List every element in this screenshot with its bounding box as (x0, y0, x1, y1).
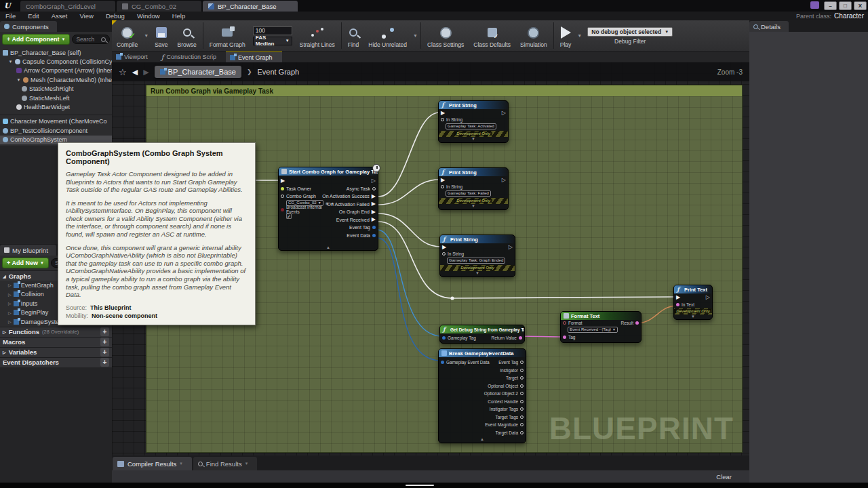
node-print-string-graph-ended[interactable]: ƒ Print String ▶ ▷ In String Gameplay Ta… (439, 235, 515, 277)
return-value-pin[interactable]: Return Value (492, 336, 522, 340)
node-header[interactable]: Format Text (561, 312, 641, 320)
exec-in-pin[interactable]: ▶ (441, 110, 445, 116)
find-button[interactable]: Find (343, 20, 364, 51)
break-instigator-tags-pin[interactable]: Instigator Tags (471, 405, 526, 413)
tag-pin[interactable]: Tag (561, 333, 641, 340)
on-activation-failed-pin[interactable]: On Activation Failed ▶ (315, 201, 378, 209)
learn-icon[interactable] (810, 1, 819, 9)
components-search-input[interactable]: Search (72, 35, 110, 44)
compile-options-dropdown[interactable]: ▼ (142, 33, 150, 38)
tab-construction-script[interactable]: ƒ Construction Scrip (157, 52, 226, 62)
node-header[interactable]: Break GameplayEventData (439, 349, 526, 357)
asset-tab-cg-combo[interactable]: CG_Combo_02 (117, 1, 201, 12)
collapse-arrow-icon[interactable]: ▲ (439, 437, 526, 442)
node-start-combo-graph[interactable]: Start Combo Graph for Gameplay Task ▶ Ta… (278, 167, 378, 251)
component-row-arrow[interactable]: Arrow Component (Arrow) (Inherit (0, 66, 112, 75)
exec-out-pin[interactable]: ▷ (509, 245, 513, 250)
break-target-data-pin[interactable]: Target Data (471, 429, 526, 437)
event-data-pin[interactable]: Event Data (315, 232, 378, 240)
asset-tab-grid-level[interactable]: ComboGraph_GridLevel (20, 1, 115, 12)
tab-compiler-results[interactable]: Compiler Results ▾ (113, 457, 192, 470)
breadcrumb-asset[interactable]: BP_Character_Base (155, 66, 241, 78)
forward-arrow-icon[interactable]: ▶ (143, 68, 149, 77)
add-component-button[interactable]: + Add Component ▼ (2, 34, 70, 45)
tab-event-graph[interactable]: Event Graph (226, 52, 282, 62)
component-row-self[interactable]: BP_Character_Base (self) (0, 48, 112, 57)
add-function-button[interactable]: + (100, 327, 109, 336)
in-string-input[interactable]: Gameplay Task: Activated (446, 123, 496, 129)
exec-out-pin[interactable]: ▷ (502, 178, 506, 183)
format-pin[interactable]: Format (563, 321, 583, 325)
expand-arrow-icon[interactable]: ▼ (8, 60, 13, 64)
format-spacing-input[interactable]: 100 (253, 26, 292, 35)
component-row-testcollision[interactable]: BP_TestCollisionComponent (0, 126, 112, 135)
expand-arrow-icon[interactable]: ▷ (8, 292, 12, 297)
add-new-button[interactable]: + Add New ▼ (2, 258, 49, 268)
functions-section-header[interactable]: ▷ Functions (28 Overridable) + (0, 327, 112, 337)
expand-arrow-icon[interactable]: ▷ (8, 283, 12, 287)
add-dispatcher-button[interactable]: + (100, 358, 109, 367)
breadcrumb-page[interactable]: Event Graph (257, 68, 299, 76)
collapse-arrow-icon[interactable]: ▼ (440, 271, 515, 276)
event-dispatchers-section-header[interactable]: Event Dispatchers + (0, 357, 112, 367)
exec-in-pin[interactable]: ▶ (676, 295, 680, 300)
close-button[interactable]: X (854, 1, 867, 10)
node-print-string-activated[interactable]: ƒ Print String ▶ ▷ In String Gameplay Ta… (438, 100, 509, 143)
simulation-button[interactable]: Simulation (515, 20, 552, 51)
node-print-text[interactable]: ƒ Print Text ▶ ▷ In Text Development Onl… (673, 285, 713, 320)
in-string-pin[interactable]: In String (439, 184, 508, 190)
menu-file[interactable]: File (5, 12, 16, 20)
break-context-handle-pin[interactable]: Context Handle (471, 398, 526, 406)
collapse-arrow-icon[interactable]: ▼ (439, 204, 508, 209)
variables-section-header[interactable]: ▷ Variables + (0, 347, 112, 357)
in-string-input[interactable]: Gameplay Task: Failed (446, 190, 491, 197)
exec-out-pin[interactable]: ▷ (502, 110, 506, 116)
exec-out-pin[interactable]: ▷ (315, 177, 378, 185)
node-print-string-failed[interactable]: ƒ Print String ▶ ▷ In String Gameplay Ta… (438, 167, 509, 210)
break-event-magnitude-pin[interactable]: Event Magnitude (471, 421, 526, 429)
break-optional-object-pin[interactable]: Optional Object (471, 382, 526, 390)
node-get-debug-string[interactable]: ƒ Get Debug String from Gameplay Tag Gam… (439, 325, 525, 344)
node-header[interactable]: ƒ Get Debug String from Gameplay Tag (440, 325, 524, 333)
in-string-pin[interactable]: In String (439, 117, 508, 123)
hide-unrelated-button[interactable]: Hide Unrelated (363, 20, 412, 51)
event-received-pin[interactable]: Event Received ▶ (315, 216, 378, 224)
minimize-button[interactable]: – (824, 1, 837, 10)
class-settings-button[interactable]: Class Settings (422, 20, 469, 51)
menu-view[interactable]: View (79, 12, 93, 20)
component-row-charmove[interactable]: Character Movement (CharMoveCo (0, 117, 112, 126)
exec-in-pin[interactable]: ▶ (442, 245, 446, 250)
in-string-pin[interactable]: In String (440, 251, 515, 257)
break-target-tags-pin[interactable]: Target Tags (471, 413, 526, 422)
tab-find-results[interactable]: Find Results ▾ (193, 457, 257, 470)
component-row-staticmesh-right[interactable]: StaticMeshRight (0, 85, 112, 94)
class-defaults-button[interactable]: Class Defaults (469, 20, 515, 51)
play-options-dropdown[interactable]: ▼ (576, 33, 583, 38)
break-optional-object2-pin[interactable]: Optional Object 2 (471, 390, 526, 398)
menu-edit[interactable]: Edit (28, 12, 39, 20)
exec-out-pin[interactable]: ▷ (706, 295, 710, 300)
parent-class-value[interactable]: Character (834, 12, 864, 20)
taskbar-indicator[interactable] (406, 485, 434, 486)
gameplay-tag-pin[interactable]: Gameplay Tag (442, 336, 476, 340)
expand-arrow-icon[interactable]: ▼ (16, 78, 21, 82)
menu-help[interactable]: Help (172, 12, 186, 20)
component-row-healthbar[interactable]: HealthBarWidget (0, 102, 112, 111)
add-variable-button[interactable]: + (100, 348, 109, 357)
component-row-staticmesh-left[interactable]: StaticMeshLeft (0, 94, 112, 102)
comment-header[interactable]: Run Combo Graph via Gameplay Task (146, 85, 742, 96)
straight-lines-button[interactable]: Straight Lines (295, 20, 340, 51)
save-button[interactable]: Save (150, 20, 172, 51)
format-graph-button[interactable]: Format Graph (205, 20, 250, 51)
event-tag-pin[interactable]: Event Tag (315, 224, 378, 232)
break-event-tag-pin[interactable]: Event Tag (471, 359, 526, 367)
in-string-input[interactable]: Gameplay Task: Graph Ended (447, 258, 505, 264)
tab-components[interactable]: Components (0, 21, 57, 32)
async-task-pin[interactable]: Async Task (315, 185, 378, 193)
node-header[interactable]: ƒ Print String (439, 168, 508, 176)
node-header[interactable]: ƒ Print Text (674, 285, 712, 293)
tab-my-blueprint[interactable]: My Blueprint (0, 245, 56, 256)
break-instigator-pin[interactable]: Instigator (471, 367, 526, 375)
debug-object-select[interactable]: No debug object selected ▼ (587, 27, 673, 37)
node-format-text[interactable]: Format Text Format Result Event Received… (560, 311, 642, 343)
